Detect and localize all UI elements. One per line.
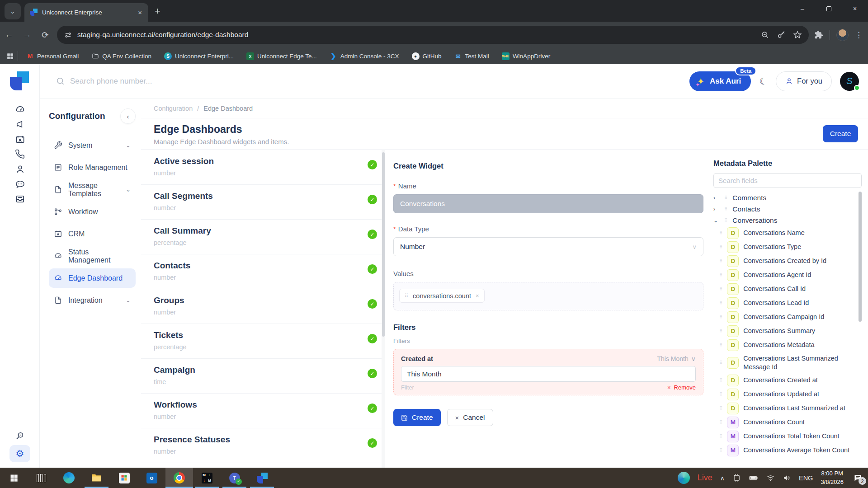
palette-field[interactable]: ⠿DConversations Lead Id xyxy=(713,296,862,310)
drag-handle-icon[interactable]: ⠿ xyxy=(719,343,722,347)
site-settings-icon[interactable] xyxy=(64,31,72,39)
drag-handle-icon[interactable]: ⠿ xyxy=(724,195,727,200)
cast-device-icon[interactable] xyxy=(732,474,741,482)
contacts-person-icon[interactable] xyxy=(14,164,25,174)
notification-center-button[interactable]: 2 xyxy=(853,473,863,483)
sidebar-item-status-management[interactable]: Status Management xyxy=(49,246,136,266)
sidebar-item-integration[interactable]: Integration ⌄ xyxy=(49,291,136,310)
palette-field[interactable]: ⠿DConversations Type xyxy=(713,240,862,254)
widget-row[interactable]: Groupsnumber✓ xyxy=(141,289,385,324)
speaker-icon[interactable] xyxy=(783,474,791,482)
sidebar-item-message-templates[interactable]: Message Templates ⌄ xyxy=(49,180,136,199)
tab-close-icon[interactable]: × xyxy=(137,9,143,16)
breadcrumb-root[interactable]: Configuration xyxy=(154,105,193,112)
tab-search-button[interactable]: ⌄ xyxy=(5,3,21,19)
forward-button[interactable]: → xyxy=(18,30,36,40)
settings-gear-active[interactable]: ⚙ xyxy=(9,445,30,462)
campaign-megaphone-icon[interactable] xyxy=(14,119,25,130)
bookmark-item[interactable]: MPersonal Gmail xyxy=(22,52,83,60)
bookmark-item[interactable]: xUniconnect Edge Te... xyxy=(242,52,321,60)
inbox-icon[interactable] xyxy=(14,193,25,204)
drag-handle-icon[interactable]: ⠿ xyxy=(719,258,722,263)
palette-search-input[interactable] xyxy=(713,173,862,188)
show-hidden-icons[interactable]: ∧ xyxy=(720,474,725,482)
apps-grid-icon[interactable] xyxy=(6,52,14,60)
extensions-puzzle-icon[interactable] xyxy=(814,30,823,39)
drag-handle-icon[interactable]: ⠿ xyxy=(719,244,722,249)
palette-field[interactable]: ⠿DConversations Summary xyxy=(713,324,862,338)
drag-handle-icon[interactable]: ⠿ xyxy=(719,300,722,305)
palette-field[interactable]: ⠿DConversations Created at xyxy=(713,373,862,387)
palette-field[interactable]: ⠿DConversations Call Id xyxy=(713,282,862,296)
palette-scrollbar-thumb[interactable] xyxy=(859,192,862,322)
start-button[interactable] xyxy=(0,468,28,488)
widget-row[interactable]: Ticketspercentage✓ xyxy=(141,324,385,359)
filter-operator-dropdown[interactable]: This Month∨ xyxy=(657,355,696,362)
taskbar-chrome-active[interactable] xyxy=(165,468,193,488)
palette-field[interactable]: ⠿DConversations Name xyxy=(713,226,862,240)
password-key-icon[interactable] xyxy=(777,31,785,39)
taskbar-outlook[interactable]: o xyxy=(138,468,165,488)
bookmark-item[interactable]: QA Env Collection xyxy=(87,52,156,60)
drag-handle-icon[interactable]: ⠿ xyxy=(719,360,722,365)
bookmark-item[interactable]: SUniconnect Enterpri... xyxy=(160,52,238,60)
url-text[interactable]: staging-qa.uniconnect.ai/configuration/e… xyxy=(77,31,753,39)
language-indicator[interactable]: ENG xyxy=(799,474,813,482)
chevron-right-icon[interactable]: › xyxy=(713,195,719,201)
palette-field[interactable]: ⠿MConversations Average Token Count xyxy=(713,443,862,457)
drag-handle-icon[interactable]: ⠿ xyxy=(719,392,722,397)
drag-handle-icon[interactable]: ⠿ xyxy=(724,218,727,223)
filter-value-input[interactable] xyxy=(401,366,696,382)
ask-auri-button[interactable]: ✦✦ Ask Auri Beta xyxy=(689,71,751,91)
widget-row[interactable]: Workflowsnumber✓ xyxy=(141,394,385,428)
sidebar-collapse-button[interactable]: ‹ xyxy=(120,108,136,124)
drag-handle-icon[interactable]: ⠿ xyxy=(719,230,722,235)
bookmark-item[interactable]: ●GitHub xyxy=(407,52,446,60)
chat-bubble-icon[interactable] xyxy=(14,178,25,189)
name-field[interactable] xyxy=(393,194,703,213)
drag-handle-icon[interactable]: ⠿ xyxy=(719,272,722,277)
live-app-icon[interactable] xyxy=(678,472,690,484)
browser-profile-avatar[interactable] xyxy=(836,29,849,41)
close-button[interactable]: × xyxy=(842,0,868,17)
palette-group-comments[interactable]: ›⠿Comments xyxy=(713,192,862,203)
sidebar-item-workflow[interactable]: Workflow xyxy=(49,202,136,221)
widget-row[interactable]: Presence Statusesnumber✓ xyxy=(141,428,385,463)
diagnostics-search-icon[interactable] xyxy=(14,431,25,441)
palette-field[interactable]: ⠿MConversations Count xyxy=(713,415,862,429)
drag-handle-icon[interactable]: ⠿ xyxy=(405,293,408,299)
values-dropzone[interactable]: ⠿ conversations.count × xyxy=(393,282,703,310)
zoom-out-icon[interactable] xyxy=(761,31,769,39)
dark-mode-moon-icon[interactable]: ☾ xyxy=(759,76,768,87)
maximize-button[interactable] xyxy=(816,0,842,17)
taskbar-store[interactable] xyxy=(110,468,138,488)
taskbar-edge[interactable] xyxy=(55,468,83,488)
drag-handle-icon[interactable]: ⠿ xyxy=(719,328,722,333)
uniconnect-logo[interactable] xyxy=(10,71,29,90)
phone-icon[interactable] xyxy=(14,149,25,160)
palette-field[interactable]: ⠿MConversations Total Token Count xyxy=(713,429,862,443)
drag-handle-icon[interactable]: ⠿ xyxy=(719,448,722,453)
browser-menu-icon[interactable]: ⋮ xyxy=(855,30,863,40)
battery-icon[interactable] xyxy=(749,474,759,482)
address-bar[interactable]: staging-qa.uniconnect.ai/configuration/e… xyxy=(57,26,809,44)
sidebar-item-edge-dashboard[interactable]: Edge Dashboard xyxy=(49,268,136,288)
drag-handle-icon[interactable]: ⠿ xyxy=(719,434,722,439)
create-dashboard-button[interactable]: Create xyxy=(823,125,858,142)
search-input[interactable] xyxy=(70,77,215,86)
drag-handle-icon[interactable]: ⠿ xyxy=(719,314,722,319)
drag-handle-icon[interactable]: ⠿ xyxy=(719,420,722,425)
palette-group-conversations[interactable]: ⌄⠿Conversations xyxy=(713,215,862,226)
remove-filter-button[interactable]: ×Remove xyxy=(667,384,696,391)
palette-field[interactable]: ⠿DConversations Last Summarized at xyxy=(713,401,862,415)
widget-row[interactable]: Active sessionnumber✓ xyxy=(141,150,385,185)
reload-button[interactable]: ⟳ xyxy=(36,30,54,40)
task-view-button[interactable] xyxy=(28,468,55,488)
user-avatar[interactable]: S xyxy=(840,72,859,91)
drag-handle-icon[interactable]: ⠿ xyxy=(724,206,727,211)
palette-field[interactable]: ⠿DConversations Updated at xyxy=(713,387,862,401)
scrollbar-thumb[interactable] xyxy=(382,152,385,337)
back-button[interactable]: ← xyxy=(0,30,18,40)
taskbar-mdm-app[interactable]: M↓↓M xyxy=(193,468,221,488)
sidebar-item-role-management[interactable]: Role Management xyxy=(49,158,136,177)
